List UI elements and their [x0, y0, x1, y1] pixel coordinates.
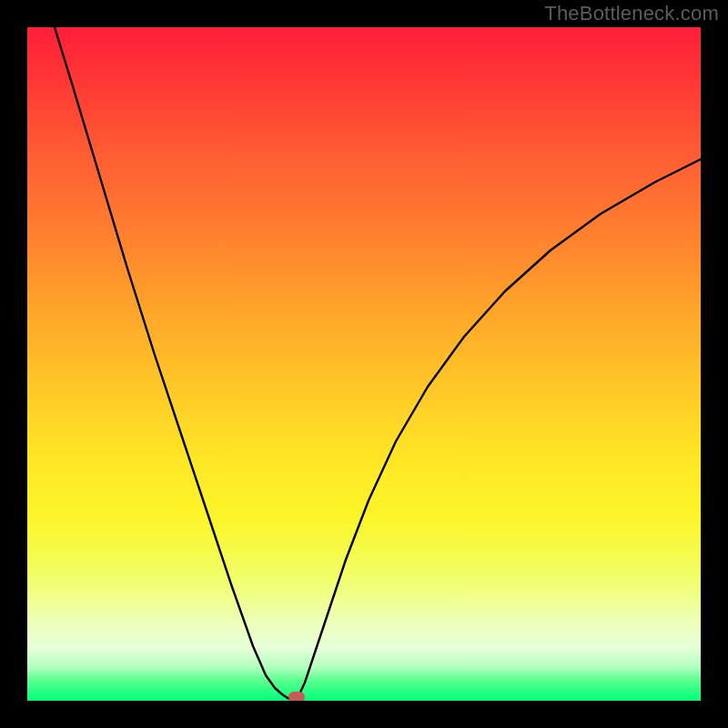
watermark-text: TheBottleneck.com [544, 2, 719, 25]
bottleneck-curve [27, 27, 701, 701]
curve-path [55, 27, 701, 700]
chart-frame: TheBottleneck.com [0, 0, 728, 728]
plot-area [27, 27, 701, 701]
optimal-point-marker [288, 692, 305, 701]
